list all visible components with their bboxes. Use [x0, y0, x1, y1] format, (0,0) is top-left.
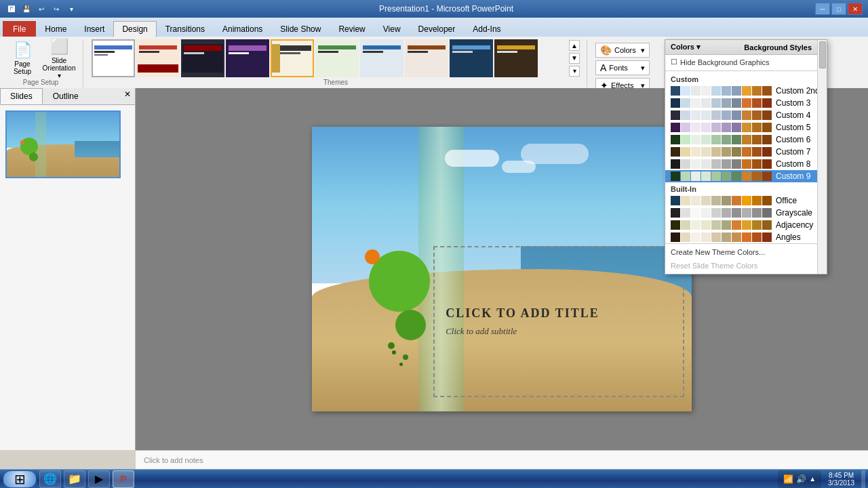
c4s3 — [691, 110, 701, 120]
theme-preview-oriel — [272, 44, 313, 73]
c3s10 — [762, 98, 772, 108]
maximize-button[interactable]: □ — [831, 3, 846, 15]
theme-2[interactable] — [136, 39, 180, 77]
tab-animations[interactable]: Animations — [214, 21, 271, 37]
color-item-custom4[interactable]: Custom 4 — [665, 109, 827, 121]
windows-logo-icon: ⊞ — [14, 471, 26, 487]
color-item-custom2nd[interactable]: Custom 2nd — [665, 85, 827, 97]
taskbar-powerpoint-icon[interactable]: P — [113, 470, 134, 488]
theme-10[interactable] — [494, 39, 538, 77]
theme-default[interactable] — [92, 39, 135, 77]
date: 3/3/2013 — [828, 479, 854, 487]
color-item-angles[interactable]: Angles — [665, 231, 827, 243]
color-item-custom5[interactable]: Custom 5 — [665, 121, 827, 134]
tab-developer[interactable]: Developer — [410, 21, 465, 37]
slide-thumb-1[interactable]: 1 — [5, 110, 130, 178]
close-button[interactable]: ✕ — [848, 3, 863, 15]
color-item-custom9[interactable]: Custom 9 — [665, 170, 827, 182]
slide-subtitle[interactable]: Click to add subtitle — [446, 326, 672, 337]
custom6-label: Custom 6 — [776, 135, 810, 144]
theme-8[interactable] — [405, 39, 448, 77]
panel-close-button[interactable]: ✕ — [120, 88, 135, 104]
c5s4 — [701, 123, 711, 132]
theme-9[interactable] — [450, 39, 493, 77]
folder-icon: 📁 — [68, 472, 81, 485]
gs4 — [701, 208, 711, 218]
tab-transitions[interactable]: Transitions — [157, 21, 214, 37]
tab-home[interactable]: Home — [36, 21, 75, 37]
slide-canvas[interactable]: CLICK TO ADD TITLE Click to add subtitle — [312, 127, 692, 411]
window-controls[interactable]: ─ □ ✕ — [815, 3, 863, 15]
office-label: Office — [776, 196, 797, 205]
c4s7 — [732, 110, 741, 120]
adj5 — [711, 220, 721, 230]
colors-button[interactable]: 🎨 Colors ▾ — [595, 43, 650, 58]
tray-arrow-icon[interactable]: ▲ — [809, 475, 816, 483]
show-desktop-button[interactable] — [861, 470, 865, 488]
c9s6 — [722, 171, 731, 181]
svg-rect-22 — [363, 45, 401, 49]
tab-addins[interactable]: Add-Ins — [464, 21, 509, 37]
color-item-custom7[interactable]: Custom 7 — [665, 146, 827, 158]
tab-file[interactable]: File — [3, 21, 36, 37]
c8s2 — [681, 159, 690, 169]
themes-scroll-up[interactable]: ▲ — [569, 40, 580, 51]
create-new-colors-button[interactable]: Create New Theme Colors... — [665, 245, 827, 259]
quick-access-toolbar[interactable]: 🅿 💾 ↩ ↪ ▾ — [5, 3, 77, 15]
swatch-row-c7 — [671, 147, 772, 157]
color-item-office[interactable]: Office — [665, 195, 827, 207]
page-setup-button[interactable]: 📄 PageSetup — [5, 39, 39, 77]
notes-area[interactable]: Click to add notes — [136, 450, 868, 469]
hide-background-graphics-button[interactable]: ☐ Hide Background Graphics — [665, 55, 827, 69]
theme-3[interactable] — [181, 39, 224, 77]
c9s1 — [671, 171, 680, 181]
slide-orientation-button[interactable]: ⬜ SlideOrientation ▾ — [42, 39, 76, 77]
swatch-10 — [762, 86, 772, 96]
adj4 — [701, 220, 711, 230]
theme-6[interactable] — [315, 39, 359, 77]
slide-title[interactable]: CLICK TO ADD TITLE — [446, 306, 672, 321]
theme-preview-3 — [182, 44, 223, 73]
scrollbar-thumb[interactable] — [819, 41, 826, 68]
theme-oriel[interactable] — [271, 39, 314, 77]
ang3 — [691, 232, 701, 242]
taskbar-explorer-icon[interactable]: 📁 — [64, 470, 85, 488]
theme-4[interactable] — [226, 39, 269, 77]
redo-icon[interactable]: ↪ — [50, 3, 62, 15]
color-item-custom8[interactable]: Custom 8 — [665, 158, 827, 170]
slide-title-box[interactable]: CLICK TO ADD TITLE Click to add subtitle — [433, 246, 684, 397]
color-item-adjacency[interactable]: Adjacency — [665, 219, 827, 231]
undo-icon[interactable]: ↩ — [35, 3, 47, 15]
tab-outline[interactable]: Outline — [43, 88, 89, 104]
taskbar-media-icon[interactable]: ▶ — [88, 470, 110, 488]
more-icon[interactable]: ▾ — [65, 3, 77, 15]
color-item-custom6[interactable]: Custom 6 — [665, 134, 827, 146]
panel-scrollbar[interactable] — [817, 40, 827, 274]
theme-7[interactable] — [360, 39, 403, 77]
start-button[interactable]: ⊞ — [3, 470, 37, 488]
ribbon-group-pagesetup: 📄 PageSetup ⬜ SlideOrientation ▾ Page Se… — [5, 39, 83, 87]
tab-view[interactable]: View — [374, 21, 410, 37]
notes-placeholder[interactable]: Click to add notes — [144, 456, 203, 464]
tab-insert[interactable]: Insert — [75, 21, 113, 37]
time: 8:45 PM — [829, 472, 854, 479]
c5s3 — [691, 123, 701, 132]
tab-slideshow[interactable]: Slide Show — [271, 21, 330, 37]
tab-design[interactable]: Design — [113, 21, 156, 37]
adj7 — [732, 220, 741, 230]
minimize-button[interactable]: ─ — [815, 3, 830, 15]
bg-styles-label[interactable]: Background Styles — [744, 43, 812, 52]
os10 — [762, 196, 772, 205]
taskbar-ie-icon[interactable]: 🌐 — [39, 470, 61, 488]
save-icon[interactable]: 💾 — [20, 3, 33, 15]
svg-rect-32 — [497, 51, 517, 53]
c4s2 — [681, 110, 690, 120]
clock-display[interactable]: 8:45 PM 3/3/2013 — [824, 472, 859, 487]
themes-more[interactable]: ▾ — [569, 66, 580, 77]
fonts-button[interactable]: A Fonts ▾ — [595, 60, 650, 75]
tab-slides[interactable]: Slides — [0, 88, 43, 104]
color-item-grayscale[interactable]: Grayscale — [665, 207, 827, 219]
tab-review[interactable]: Review — [330, 21, 374, 37]
themes-scroll-down[interactable]: ▼ — [569, 53, 580, 64]
color-item-custom3[interactable]: Custom 3 — [665, 97, 827, 109]
